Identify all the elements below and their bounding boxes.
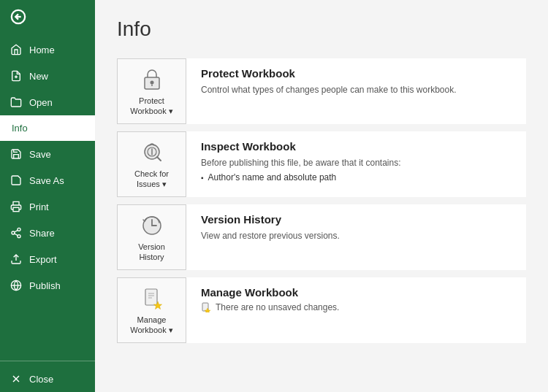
svg-line-20 (157, 157, 161, 161)
svg-point-16 (150, 80, 153, 84)
back-button[interactable] (0, 0, 95, 36)
sidebar-item-home[interactable]: Home (0, 36, 95, 63)
inspect-icon-label: Check forIssues ▾ (134, 169, 169, 190)
inspect-card-desc: Before publishing this file, be aware th… (201, 156, 520, 169)
inspect-bullet-list: Author's name and absolute path (201, 172, 520, 182)
manage-card-title: Manage Workbook (201, 286, 520, 299)
version-history-card: VersionHistory Version History View and … (117, 204, 526, 270)
protect-card-title: Protect Workbook (201, 67, 520, 80)
version-icon-label: VersionHistory (138, 242, 165, 263)
svg-rect-4 (13, 207, 19, 211)
protect-card-content: Protect Workbook Control what types of c… (201, 58, 526, 105)
sidebar-item-save[interactable]: Save (0, 141, 95, 167)
sidebar-bottom: Close (0, 361, 95, 392)
page-title: Info (117, 18, 526, 41)
manage-status-text: There are no unsaved changes. (216, 302, 339, 312)
protect-icon-label: ProtectWorkbook ▾ (130, 96, 172, 117)
main-content: Info ProtectWorkbook ▾ Protect Workbook … (95, 0, 548, 392)
version-card-desc: View and restore previous versions. (201, 229, 520, 242)
sidebar-item-open[interactable]: Open (0, 89, 95, 115)
svg-line-9 (15, 230, 18, 232)
sidebar: Home New Open Info Save Save As Print Sh… (0, 0, 95, 392)
inspect-workbook-card: Check forIssues ▾ Inspect Workbook Befor… (117, 131, 526, 197)
svg-rect-23 (145, 289, 157, 305)
protect-workbook-card: ProtectWorkbook ▾ Protect Workbook Contr… (117, 58, 526, 124)
svg-point-5 (18, 228, 20, 231)
svg-point-6 (12, 231, 15, 234)
manage-icon-label: ManageWorkbook ▾ (130, 315, 172, 336)
inspect-workbook-icon-button[interactable]: Check forIssues ▾ (117, 131, 186, 197)
sidebar-item-export[interactable]: Export (0, 246, 95, 272)
inspect-bullet-item: Author's name and absolute path (201, 172, 520, 182)
sidebar-item-share[interactable]: Share (0, 220, 95, 246)
manage-card-content: Manage Workbook There are no unsaved cha… (201, 277, 526, 321)
manage-workbook-icon-button[interactable]: ManageWorkbook ▾ (117, 277, 186, 343)
svg-point-7 (18, 235, 20, 238)
sidebar-item-new[interactable]: New (0, 63, 95, 89)
sidebar-item-publish[interactable]: Publish (0, 272, 95, 299)
inspect-card-title: Inspect Workbook (201, 140, 520, 153)
sidebar-item-close[interactable]: Close (0, 366, 95, 392)
svg-line-8 (15, 234, 18, 236)
version-card-content: Version History View and restore previou… (201, 204, 526, 251)
sidebar-item-print[interactable]: Print (0, 193, 95, 220)
sidebar-item-info[interactable]: Info (0, 115, 95, 141)
manage-status-row: There are no unsaved changes. (201, 302, 520, 312)
version-history-icon-button[interactable]: VersionHistory (117, 204, 186, 270)
manage-workbook-card: ManageWorkbook ▾ Manage Workbook There a… (117, 277, 526, 343)
sidebar-item-save-as[interactable]: Save As (0, 167, 95, 193)
version-card-title: Version History (201, 213, 520, 226)
protect-card-desc: Control what types of changes people can… (201, 83, 520, 96)
info-section: ProtectWorkbook ▾ Protect Workbook Contr… (117, 58, 526, 343)
inspect-card-content: Inspect Workbook Before publishing this … (201, 131, 526, 191)
protect-workbook-icon-button[interactable]: ProtectWorkbook ▾ (117, 58, 186, 124)
manage-status-icon (201, 302, 211, 312)
